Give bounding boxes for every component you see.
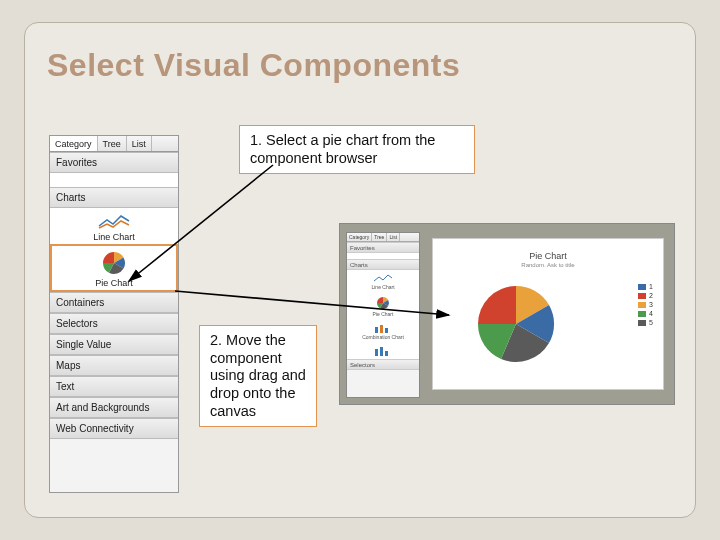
svg-rect-1	[380, 325, 383, 333]
ss-canvas-sub: Random. Ask to title	[433, 262, 663, 268]
ss-bar: Combination Chart	[347, 320, 419, 343]
ss-line: Line Chart	[347, 270, 419, 293]
ss-pie: Pie Chart	[347, 293, 419, 320]
tab-category[interactable]: Category	[50, 136, 98, 151]
ss-tab-tree: Tree	[372, 233, 387, 241]
ss-legend: 1 2 3 4 5	[638, 283, 653, 328]
svg-rect-4	[380, 347, 383, 356]
svg-rect-3	[375, 349, 378, 356]
callout-step2: 2. Move the component using drag and dro…	[199, 325, 317, 427]
browser-tabs: Category Tree List	[50, 136, 178, 152]
component-browser: Category Tree List Favorites Charts Line…	[49, 135, 179, 493]
ss-favorites: Favorites	[347, 242, 419, 253]
item-pie-chart[interactable]: Pie Chart	[50, 244, 178, 292]
ss-canvas: Pie Chart Random. Ask to title 1 2 3 4 5	[432, 238, 664, 390]
item-line-chart-label: Line Chart	[50, 232, 178, 242]
section-web[interactable]: Web Connectivity	[50, 418, 178, 439]
section-text[interactable]: Text	[50, 376, 178, 397]
ss-canvas-title: Pie Chart	[433, 251, 663, 261]
section-favorites[interactable]: Favorites	[50, 152, 178, 173]
svg-rect-5	[385, 351, 388, 356]
ss-col	[347, 343, 419, 359]
tab-tree[interactable]: Tree	[98, 136, 127, 151]
ss-canvas-pie-icon	[471, 279, 561, 369]
page-title: Select Visual Components	[47, 47, 460, 84]
line-chart-icon	[97, 212, 131, 230]
section-charts[interactable]: Charts	[50, 187, 178, 208]
ss-tab-category: Category	[347, 233, 372, 241]
section-containers[interactable]: Containers	[50, 292, 178, 313]
svg-rect-0	[375, 327, 378, 333]
ss-selectors: Selectors	[347, 359, 419, 370]
item-line-chart[interactable]: Line Chart	[50, 208, 178, 244]
tab-list[interactable]: List	[127, 136, 152, 151]
ss-browser: Category Tree List Favorites Charts Line…	[346, 232, 420, 398]
embedded-screenshot: Category Tree List Favorites Charts Line…	[339, 223, 675, 405]
ss-charts: Charts	[347, 259, 419, 270]
section-single-value[interactable]: Single Value	[50, 334, 178, 355]
callout-step1: 1. Select a pie chart from the component…	[239, 125, 475, 174]
svg-rect-2	[385, 328, 388, 333]
section-selectors[interactable]: Selectors	[50, 313, 178, 334]
item-pie-chart-label: Pie Chart	[52, 278, 176, 288]
ss-tab-list: List	[387, 233, 400, 241]
section-maps[interactable]: Maps	[50, 355, 178, 376]
slide-frame: Select Visual Components Category Tree L…	[24, 22, 696, 518]
section-art[interactable]: Art and Backgrounds	[50, 397, 178, 418]
pie-chart-icon	[99, 250, 129, 276]
